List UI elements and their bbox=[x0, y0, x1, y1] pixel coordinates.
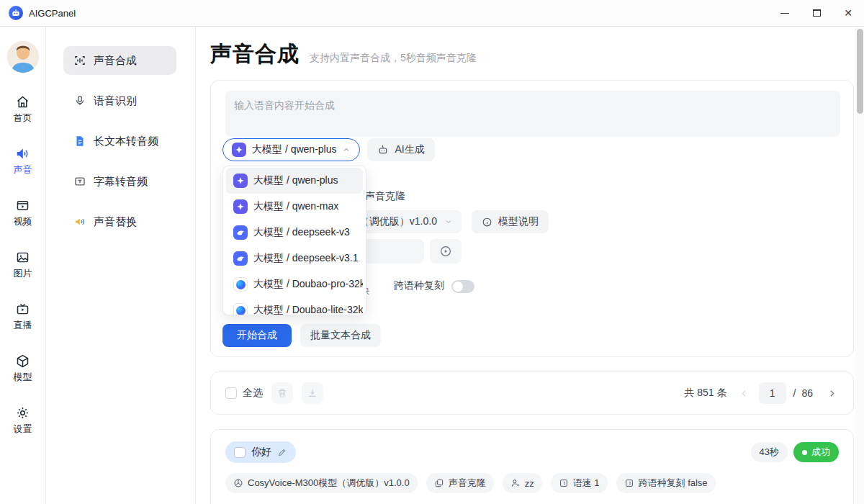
minimize-icon bbox=[780, 13, 789, 14]
nav-item-label: 图片 bbox=[14, 267, 32, 280]
subtitle-icon bbox=[73, 175, 86, 188]
current-page-input[interactable]: 1 bbox=[759, 382, 786, 404]
workspace: 首页 声音 视频 bbox=[0, 27, 864, 504]
tag-model: CosyVoice-M300模型（调优版）v1.0.0 bbox=[225, 473, 418, 493]
llm-dropdown-popup: 大模型 / qwen-plus 大模型 / qwen-max 大模型 / dee… bbox=[222, 166, 366, 315]
avatar[interactable] bbox=[7, 41, 39, 73]
edit-pencil-icon[interactable] bbox=[277, 447, 287, 457]
model-info-button[interactable]: 模型说明 bbox=[472, 210, 549, 233]
ai-generate-button[interactable]: AI生成 bbox=[367, 138, 434, 161]
submenu-item-long-text[interactable]: 长文本转音频 bbox=[63, 127, 176, 156]
qwen-brand-icon bbox=[233, 174, 248, 188]
submenu-item-subtitle[interactable]: 字幕转音频 bbox=[63, 167, 176, 196]
app-title: AIGCPanel bbox=[29, 8, 76, 19]
total-pages: 86 bbox=[801, 387, 813, 399]
qwen-brand-icon bbox=[232, 143, 246, 157]
maximize-icon bbox=[813, 9, 821, 17]
download-selected-button[interactable] bbox=[302, 382, 323, 404]
submenu-item-label: 声音合成 bbox=[94, 54, 137, 68]
llm-option-qwen-plus[interactable]: 大模型 / qwen-plus bbox=[226, 168, 363, 194]
scrollbar-thumb[interactable] bbox=[857, 29, 863, 114]
image-icon bbox=[15, 250, 30, 265]
status-label: 成功 bbox=[811, 446, 830, 459]
select-all-checkbox[interactable] bbox=[225, 387, 237, 399]
model-info-label: 模型说明 bbox=[498, 215, 539, 228]
play-sample-button[interactable] bbox=[430, 239, 462, 264]
nav-item-label: 首页 bbox=[14, 112, 32, 125]
home-icon bbox=[15, 94, 30, 109]
llm-option-deepseek-v3[interactable]: 大模型 / deepseek-v3 bbox=[226, 220, 363, 246]
record-title-pill: 你好 bbox=[225, 441, 296, 463]
nav-item-image[interactable]: 图片 bbox=[14, 250, 32, 280]
scrollbar-track[interactable] bbox=[855, 27, 864, 504]
speaker-tag-icon bbox=[510, 478, 521, 488]
tag-speaker: zz bbox=[503, 473, 542, 493]
primary-sidebar: 首页 声音 视频 bbox=[0, 27, 46, 504]
chevron-up-icon bbox=[342, 145, 351, 154]
nav-item-label: 声音 bbox=[14, 163, 32, 176]
minimize-button[interactable] bbox=[769, 0, 801, 26]
close-button[interactable]: ✕ bbox=[832, 0, 864, 26]
model-tag-icon bbox=[233, 478, 243, 488]
nav-item-video[interactable]: 视频 bbox=[14, 198, 32, 228]
pagination: 共 851 条 1 / 86 bbox=[684, 382, 839, 404]
duration-badge: 43秒 bbox=[751, 442, 788, 462]
llm-option-doubao-lite[interactable]: 大模型 / Doubao-lite-32k bbox=[226, 297, 363, 315]
tab-voice-clone[interactable]: 声音克隆 bbox=[365, 190, 405, 203]
video-icon bbox=[15, 198, 30, 213]
start-synthesis-button[interactable]: 开始合成 bbox=[222, 324, 292, 347]
prev-page-button[interactable] bbox=[737, 389, 752, 398]
cross-lingual-toggle[interactable] bbox=[451, 280, 474, 293]
nav-item-live[interactable]: 直播 bbox=[14, 302, 32, 332]
app-logo-icon bbox=[9, 6, 23, 20]
submenu-item-speech-recognition[interactable]: 语音识别 bbox=[63, 86, 176, 115]
record-header: 你好 43秒 成功 bbox=[225, 441, 839, 463]
tag-label: CosyVoice-M300模型（调优版）v1.0.0 bbox=[248, 477, 410, 490]
maximize-button[interactable] bbox=[801, 0, 832, 26]
close-icon: ✕ bbox=[844, 8, 852, 18]
nav-item-model[interactable]: 模型 bbox=[14, 354, 32, 384]
download-icon bbox=[307, 387, 318, 399]
record-checkbox[interactable] bbox=[234, 447, 246, 458]
nav-item-home[interactable]: 首页 bbox=[14, 94, 32, 125]
main-content: 声音合成 支持内置声音合成，5秒音频声音克隆 大模型 / qwen-plus bbox=[196, 27, 864, 504]
llm-option-qwen-max[interactable]: 大模型 / qwen-max bbox=[226, 194, 363, 220]
toggle-knob bbox=[453, 282, 463, 292]
record-badges: 43秒 成功 bbox=[751, 442, 839, 462]
llm-option-doubao-pro[interactable]: 大模型 / Doubao-pro-32k bbox=[226, 271, 363, 297]
tag-clone: 声音克隆 bbox=[426, 473, 494, 493]
titlebar: AIGCPanel ✕ bbox=[0, 0, 864, 27]
window-controls: ✕ bbox=[769, 0, 864, 26]
synthesis-form-card: 大模型 / qwen-plus AI生成 bbox=[210, 80, 854, 357]
voice-replace-icon bbox=[73, 215, 86, 228]
nav-item-settings[interactable]: 设置 bbox=[14, 405, 32, 436]
batch-synthesis-button[interactable]: 批量文本合成 bbox=[300, 324, 381, 347]
llm-option-label: 大模型 / deepseek-v3.1 bbox=[253, 252, 359, 265]
llm-option-label: 大模型 / qwen-max bbox=[253, 200, 338, 213]
tts-text-input[interactable] bbox=[225, 91, 840, 137]
page-separator: / bbox=[793, 387, 796, 399]
submenu-item-voice-replace[interactable]: 声音替换 bbox=[63, 207, 176, 236]
llm-option-label: 大模型 / Doubao-pro-32k bbox=[253, 278, 363, 291]
deepseek-brand-icon bbox=[233, 251, 248, 266]
next-page-button[interactable] bbox=[824, 389, 839, 398]
info-icon bbox=[482, 217, 492, 228]
total-count: 共 851 条 bbox=[684, 387, 726, 400]
submenu-item-voice-synthesis[interactable]: 声音合成 bbox=[63, 46, 176, 75]
delete-selected-button[interactable] bbox=[271, 382, 293, 404]
nav-item-sound[interactable]: 声音 bbox=[14, 146, 32, 176]
ai-generate-label: AI生成 bbox=[395, 143, 424, 156]
llm-option-label: 大模型 / deepseek-v3 bbox=[253, 226, 350, 239]
tag-label: 跨语种复刻 false bbox=[639, 477, 708, 490]
llm-option-deepseek-v3-1[interactable]: 大模型 / deepseek-v3.1 bbox=[226, 246, 363, 271]
param-tag-icon bbox=[624, 478, 634, 488]
qwen-brand-icon bbox=[233, 199, 248, 214]
live-icon bbox=[15, 302, 30, 317]
model-icon bbox=[15, 354, 30, 369]
app-window: AIGCPanel ✕ bbox=[0, 0, 864, 504]
param-tag-icon bbox=[559, 478, 569, 488]
results-toolbar-card: 全选 共 851 条 bbox=[210, 372, 854, 415]
tag-label: 声音克隆 bbox=[449, 477, 486, 490]
nav-item-label: 直播 bbox=[14, 319, 32, 332]
llm-select[interactable]: 大模型 / qwen-plus bbox=[222, 138, 360, 161]
